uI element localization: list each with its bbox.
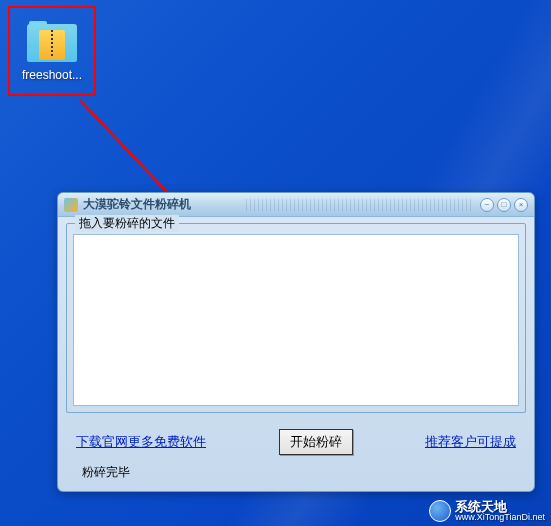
window-title: 大漠驼铃文件粉碎机	[83, 196, 235, 213]
watermark-url: www.XiTongTianDi.net	[455, 513, 545, 522]
start-shred-button[interactable]: 开始粉碎	[279, 429, 353, 455]
maximize-button[interactable]: □	[497, 198, 511, 212]
zip-file-icon[interactable]	[26, 20, 78, 64]
file-drop-area[interactable]	[73, 234, 519, 406]
watermark: 系统天地 www.XiTongTianDi.net	[429, 500, 545, 522]
desktop-icon-highlight: freeshoot...	[8, 6, 96, 96]
minimize-button[interactable]: −	[480, 198, 494, 212]
recommend-link[interactable]: 推荐客户可提成	[425, 433, 516, 451]
watermark-logo-icon	[429, 500, 451, 522]
download-link[interactable]: 下载官网更多免费软件	[76, 433, 206, 451]
status-text: 粉碎完毕	[82, 464, 130, 481]
groupbox-label: 拖入要粉碎的文件	[75, 215, 179, 232]
app-icon	[64, 198, 78, 212]
app-window: 大漠驼铃文件粉碎机 − □ × 拖入要粉碎的文件 下载官网更多免费软件 开始粉碎…	[57, 192, 535, 492]
title-bar[interactable]: 大漠驼铃文件粉碎机 − □ ×	[58, 193, 534, 217]
title-bar-decoration	[243, 199, 472, 211]
desktop-icon-label: freeshoot...	[22, 68, 82, 82]
drop-groupbox: 拖入要粉碎的文件	[66, 223, 526, 413]
bottom-toolbar: 下载官网更多免费软件 开始粉碎 推荐客户可提成	[66, 425, 526, 459]
close-button[interactable]: ×	[514, 198, 528, 212]
